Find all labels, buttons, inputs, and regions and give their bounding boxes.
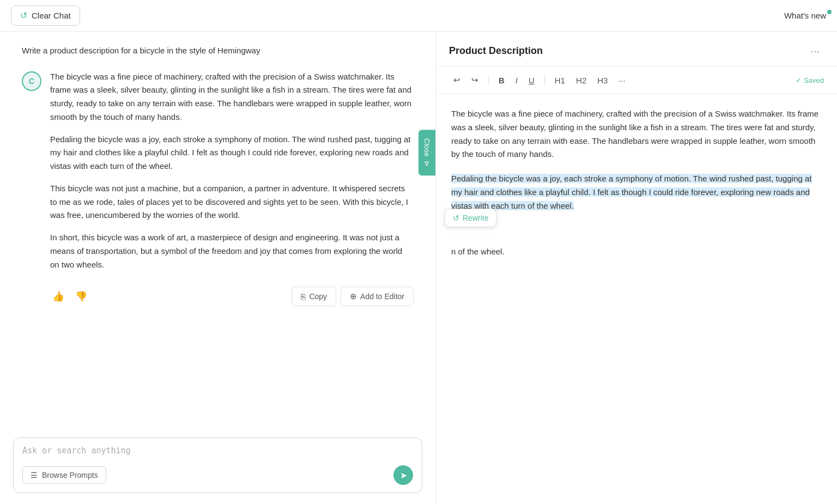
thumbs-down-icon: 👎 <box>75 291 87 302</box>
undo-button[interactable]: ↩ <box>449 72 465 88</box>
main-content: Write a product description for a bicycl… <box>0 32 837 504</box>
underline-button[interactable]: U <box>524 72 539 88</box>
avatar: C <box>22 71 41 91</box>
refresh-icon: ↺ <box>20 10 27 21</box>
notification-dot <box>827 10 832 14</box>
thumbs-down-button[interactable]: 👎 <box>73 288 89 305</box>
editor-toolbar: ↩ ↪ B I U H1 H2 H3 <box>436 66 837 94</box>
rewrite-popup[interactable]: ↺ Rewrite <box>445 209 496 227</box>
user-message-text: Write a product description for a bicycl… <box>22 45 414 57</box>
clear-chat-label: Clear Chat <box>32 11 71 20</box>
chat-input-container: ☰ Browse Prompts ➤ <box>13 438 422 493</box>
close-tab-label: Close <box>423 138 431 156</box>
editor-paragraph-1: The bicycle was a fine piece of machiner… <box>451 107 822 161</box>
toolbar-more-button[interactable]: ··· <box>614 72 630 88</box>
saved-indicator: ✓ Saved <box>796 76 824 84</box>
editor-header: Product Description ··· <box>436 32 837 66</box>
browse-prompts-button[interactable]: ☰ Browse Prompts <box>22 466 106 484</box>
h3-button[interactable]: H3 <box>593 72 612 88</box>
add-to-editor-button[interactable]: ⊕ Add to Editor <box>341 287 414 306</box>
editor-paragraph-2: Pedaling the bicycle was a joy, each str… <box>451 172 822 212</box>
clear-chat-button[interactable]: ↺ Clear Chat <box>11 5 80 26</box>
underline-icon: U <box>529 76 535 85</box>
close-tab-icon: ⊳ <box>423 161 431 167</box>
toolbar-more-icon: ··· <box>618 76 626 85</box>
undo-icon: ↩ <box>453 75 460 84</box>
redo-icon: ↪ <box>471 75 478 84</box>
thumbs-up-button[interactable]: 👍 <box>50 288 66 305</box>
whats-new[interactable]: What's new <box>784 11 826 20</box>
copy-button[interactable]: ⎘ Copy <box>292 287 336 306</box>
chat-input[interactable] <box>22 446 413 459</box>
h3-icon: H3 <box>597 76 608 85</box>
editor-paragraph-3: n of the wheel. <box>451 245 822 259</box>
editor-more-button[interactable]: ··· <box>806 42 824 59</box>
ai-message-content: The bicycle was a fine piece of machiner… <box>50 70 414 307</box>
user-message: Write a product description for a bicycl… <box>22 45 414 57</box>
editor-panel: Product Description ··· ↩ ↪ B I U <box>436 32 837 504</box>
italic-button[interactable]: I <box>511 72 522 88</box>
saved-check-icon: ✓ <box>796 76 802 84</box>
close-tab[interactable]: ⊳ Close <box>418 130 435 175</box>
message-actions: 👍 👎 ⎘ Copy ⊕ <box>50 282 414 306</box>
highlighted-text: Pedaling the bicycle was a joy, each str… <box>451 174 812 210</box>
bold-icon: B <box>499 76 505 85</box>
bold-button[interactable]: B <box>494 72 509 88</box>
ai-paragraph-3: This bicycle was not just a machine, but… <box>50 182 414 222</box>
action-buttons: ⎘ Copy ⊕ Add to Editor <box>292 287 414 306</box>
toolbar-divider-2 <box>544 75 545 86</box>
ai-message: C The bicycle was a fine piece of machin… <box>22 70 414 307</box>
vote-actions: 👍 👎 <box>50 288 89 305</box>
toolbar-divider-1 <box>488 75 489 86</box>
browse-prompts-icon: ☰ <box>31 471 38 479</box>
redo-button[interactable]: ↪ <box>467 72 483 88</box>
h1-button[interactable]: H1 <box>550 72 569 88</box>
chat-input-footer: ☰ Browse Prompts ➤ <box>22 465 413 485</box>
h1-icon: H1 <box>555 76 565 85</box>
ai-paragraph-1: The bicycle was a fine piece of machiner… <box>50 70 414 124</box>
send-icon: ➤ <box>400 470 407 481</box>
add-to-editor-icon: ⊕ <box>350 292 357 301</box>
app-header: ↺ Clear Chat What's new <box>0 0 837 32</box>
editor-content[interactable]: The bicycle was a fine piece of machiner… <box>436 94 837 504</box>
h2-icon: H2 <box>576 76 586 85</box>
chat-panel: Write a product description for a bicycl… <box>0 32 436 504</box>
h2-button[interactable]: H2 <box>572 72 591 88</box>
ai-paragraph-2: Pedaling the bicycle was a joy, each str… <box>50 133 414 173</box>
more-icon: ··· <box>810 45 820 57</box>
copy-icon: ⎘ <box>301 292 306 301</box>
send-button[interactable]: ➤ <box>393 465 413 485</box>
chat-messages: Write a product description for a bicycl… <box>0 32 435 429</box>
rewrite-icon: ↺ <box>453 214 459 222</box>
thumbs-up-icon: 👍 <box>52 291 64 302</box>
italic-icon: I <box>515 76 518 85</box>
editor-title: Product Description <box>449 45 543 57</box>
chat-input-area: ☰ Browse Prompts ➤ <box>0 429 435 504</box>
ai-paragraph-4: In short, this bicycle was a work of art… <box>50 231 414 271</box>
